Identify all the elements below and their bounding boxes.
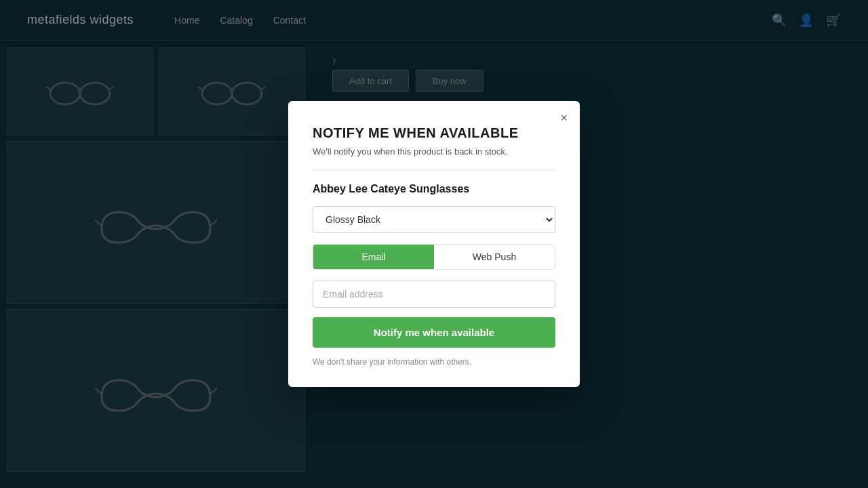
- variant-select[interactable]: Glossy Black Matte Black Brown Clear: [313, 206, 555, 233]
- modal-close-button[interactable]: ×: [560, 112, 568, 124]
- notify-modal: × NOTIFY ME WHEN AVAILABLE We'll notify …: [288, 101, 580, 387]
- modal-divider: [313, 170, 555, 171]
- notify-when-available-button[interactable]: Notify me when available: [313, 317, 555, 348]
- tab-switcher: Email Web Push: [313, 244, 555, 270]
- modal-subtitle: We'll notify you when this product is ba…: [313, 146, 555, 157]
- modal-product-name: Abbey Lee Cateye Sunglasses: [313, 183, 555, 195]
- modal-title: NOTIFY ME WHEN AVAILABLE: [313, 125, 555, 141]
- tab-webpush[interactable]: Web Push: [434, 245, 555, 269]
- tab-email[interactable]: Email: [313, 245, 434, 269]
- modal-privacy-text: We don't share your information with oth…: [313, 357, 555, 367]
- modal-overlay: × NOTIFY ME WHEN AVAILABLE We'll notify …: [0, 0, 868, 488]
- email-input[interactable]: [313, 281, 555, 308]
